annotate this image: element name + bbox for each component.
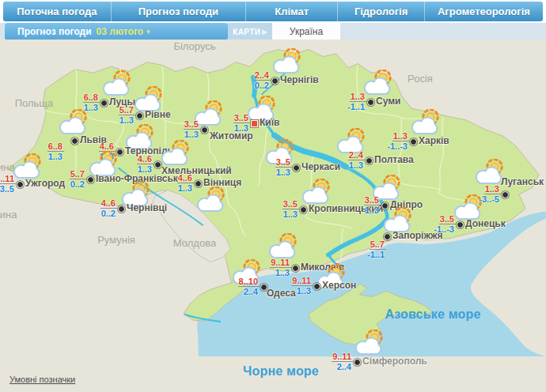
- temp-high: 5..7: [370, 240, 386, 250]
- city-dot: [457, 221, 464, 228]
- forecast-date[interactable]: 03 лютого: [97, 26, 143, 37]
- temp-low: 1..3: [275, 168, 292, 176]
- nav-climate[interactable]: Клімат: [246, 2, 338, 21]
- maps-tab[interactable]: КАРТИ ▶: [228, 23, 272, 40]
- chevron-right-icon: ▶: [262, 28, 267, 36]
- country-label: Росія: [408, 73, 433, 85]
- region-tab-ukraine[interactable]: Україна: [272, 23, 340, 40]
- city-label: Ужгород: [25, 178, 65, 189]
- temperature-range: 6..81..3: [83, 93, 100, 111]
- temp-low: 1..3: [233, 124, 250, 132]
- country-label: Угорщина: [0, 209, 17, 220]
- temp-low: 2..4: [332, 363, 353, 371]
- chevron-down-icon: ▾: [146, 28, 150, 36]
- country-label: Молдова: [173, 237, 216, 249]
- city-dot: [300, 206, 307, 213]
- temp-high: 3..5: [233, 114, 250, 123]
- temperature-range: 4..61..3: [177, 174, 194, 192]
- temp-low: 2..4: [238, 288, 260, 296]
- temp-high: 5..7: [119, 106, 135, 115]
- city-label: Полтава: [374, 154, 414, 165]
- temperature-range: 9..113..5: [0, 175, 16, 193]
- temp-high: 3..5: [364, 196, 381, 205]
- temperature-range: 5..7-1..1: [367, 240, 386, 258]
- sun-cloud-icon: [408, 109, 443, 136]
- temp-low: -1..-3: [387, 142, 409, 150]
- temp-low: 1..3: [184, 130, 200, 138]
- city-dot: [366, 157, 373, 164]
- city-dot: [410, 138, 417, 145]
- temp-low: 0..2: [100, 209, 117, 217]
- city-label: Херсон: [322, 280, 356, 291]
- temperature-range: 3..51..3: [184, 120, 200, 138]
- temp-low: 1..3: [270, 269, 291, 277]
- temp-high: 2..4: [254, 71, 271, 81]
- city-dot: [100, 100, 108, 107]
- weather-map: Умовні позначки ПольщаБілорусьРосіяРумун…: [0, 40, 546, 392]
- country-label: Білорусь: [173, 40, 215, 52]
- temp-low: 3..5: [0, 185, 16, 193]
- sun-cloud-icon: [352, 330, 387, 356]
- temp-low: 1..3: [47, 153, 64, 160]
- temp-low: 0..2: [70, 180, 86, 188]
- city-label: Вінниця: [203, 177, 241, 188]
- city-dot: [195, 180, 202, 187]
- temp-high: 1..3: [392, 132, 409, 141]
- city-label: Київ: [260, 117, 279, 128]
- temperature-range: 2..41..3: [348, 151, 365, 169]
- temp-low: 1..3: [291, 287, 313, 295]
- temperature-range: 3..5-1..-3: [434, 215, 456, 233]
- temperature-range: 6..81..3: [47, 142, 64, 160]
- sun-cloud-icon: [158, 140, 193, 167]
- nav-agrometeorology[interactable]: Агрометеорологія: [425, 2, 543, 21]
- top-nav: Поточна погода Прогноз погоди Клімат Гід…: [3, 2, 543, 21]
- city-dot: [87, 176, 94, 183]
- sun-cloud-icon: [100, 70, 135, 97]
- sea-label: Чорне море: [243, 364, 319, 379]
- nav-hydrology[interactable]: Гідрологія: [338, 2, 424, 21]
- temp-low: 1..3: [364, 206, 381, 214]
- temperature-range: 1..3-1..1: [347, 92, 366, 111]
- city-dot: [292, 265, 299, 272]
- sun-cloud-icon: [266, 233, 301, 260]
- temp-low: 1..3: [83, 104, 100, 111]
- city-dot: [313, 283, 320, 290]
- temp-low: -1..1: [347, 103, 366, 111]
- city-label: Луганськ: [501, 176, 544, 187]
- city-dot: [118, 205, 125, 213]
- nav-forecast[interactable]: Прогноз погоди: [112, 2, 247, 21]
- temp-low: 1..3: [137, 165, 154, 173]
- temp-high: 6..8: [47, 142, 64, 152]
- city-dot: [17, 181, 24, 188]
- temperature-range: 3..51..3: [233, 114, 250, 132]
- forecast-tab-title: Прогноз погоди: [17, 26, 92, 37]
- sea-label: Азовське море: [385, 307, 480, 322]
- temp-high: 9..11: [270, 258, 291, 268]
- city-label: Сімферополь: [362, 356, 427, 367]
- temp-high: 3..5: [439, 215, 456, 224]
- temp-high: 3..5: [282, 200, 299, 209]
- temp-high: 4..6: [100, 199, 117, 209]
- legend-link[interactable]: Умовні позначки: [9, 375, 75, 384]
- city-label: Рівне: [145, 109, 171, 120]
- nav-current-weather[interactable]: Поточна погода: [3, 2, 112, 21]
- forecast-date-tab[interactable]: Прогноз погоди 03 лютого ▾: [5, 23, 228, 40]
- temperature-range: 4..60..2: [100, 199, 117, 217]
- city-dot: [154, 161, 161, 168]
- temperature-range: 1..3-3..-5: [479, 185, 501, 203]
- temp-high: 4..6: [137, 155, 154, 164]
- temp-low: 1..3: [119, 116, 135, 124]
- temperature-range: 3..51..3: [282, 200, 299, 218]
- temp-low: 1..3: [348, 161, 365, 169]
- temperature-range: 3..51..3: [275, 158, 292, 176]
- city-dot: [367, 99, 374, 106]
- city-dot: [201, 126, 208, 134]
- country-label: Румунія: [97, 234, 135, 246]
- maps-tab-label: КАРТИ: [233, 28, 260, 36]
- temperature-range: 9..111..3: [270, 258, 291, 277]
- city-dot: [260, 284, 267, 291]
- temperature-range: 5..71..3: [119, 106, 135, 124]
- capital-marker: [251, 120, 258, 127]
- city-dot: [384, 233, 391, 240]
- temp-high: 4..6: [177, 174, 194, 183]
